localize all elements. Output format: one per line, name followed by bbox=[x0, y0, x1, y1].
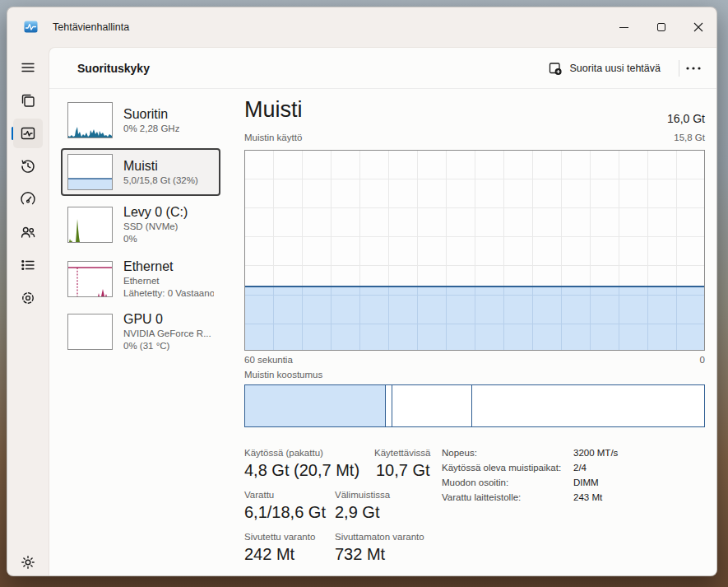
stat-value: 2,9 Gt bbox=[335, 503, 379, 522]
device-subtitle2: 0% bbox=[123, 233, 188, 245]
ethernet-sparkline bbox=[67, 261, 113, 297]
stat-value: 6,1/18,6 Gt bbox=[244, 503, 326, 522]
gpu-sparkline bbox=[67, 314, 113, 350]
nav-menu-button[interactable] bbox=[13, 53, 43, 82]
device-title: GPU 0 bbox=[123, 311, 211, 328]
nav-users-button[interactable] bbox=[13, 217, 43, 247]
settings-gear-icon bbox=[20, 554, 36, 571]
content-panel: Suorituskyky Suorita uusi tehtävä bbox=[49, 47, 717, 576]
stat-value: 10,7 Gt bbox=[376, 461, 430, 480]
detail-label: Käytössä oleva muistipaikat: bbox=[442, 463, 561, 473]
detail-label: Nopeus: bbox=[442, 448, 477, 458]
memory-usage-graph[interactable] bbox=[244, 150, 705, 351]
cpu-sparkline bbox=[67, 102, 113, 138]
startup-apps-icon bbox=[20, 191, 36, 207]
detail-value: 2/4 bbox=[573, 463, 587, 473]
device-item-disk[interactable]: Levy 0 (C:) SSD (NVMe) 0% bbox=[61, 201, 220, 249]
device-subtitle: 5,0/15,8 Gt (32%) bbox=[123, 175, 198, 187]
device-subtitle2: 0% (31 °C) bbox=[123, 340, 211, 352]
processes-icon bbox=[20, 92, 36, 109]
memory-sparkline bbox=[67, 154, 113, 190]
stat-label: Käytettävissä bbox=[374, 448, 430, 458]
device-subtitle: SSD (NVMe) bbox=[123, 221, 188, 233]
composition-segment-modified bbox=[386, 385, 392, 426]
device-item-cpu[interactable]: Suoritin 0% 2,28 GHz bbox=[61, 96, 220, 144]
window-title: Tehtävienhallinta bbox=[53, 7, 129, 47]
detail-label: Muodon osoitin: bbox=[442, 478, 508, 487]
nav-services-button[interactable] bbox=[13, 283, 43, 313]
detail-value: DIMM bbox=[573, 478, 599, 487]
settings-button[interactable] bbox=[13, 547, 43, 576]
memory-total-capacity: 16,0 Gt bbox=[667, 112, 705, 125]
graph-axis-right-label: 0 bbox=[700, 355, 705, 365]
close-button[interactable] bbox=[679, 7, 716, 47]
composition-segment-in-use bbox=[245, 385, 386, 426]
device-title: Muisti bbox=[123, 158, 198, 175]
device-subtitle2: Lähetetty: 0 Vastaanotet bbox=[123, 287, 214, 300]
nav-details-button[interactable] bbox=[13, 250, 43, 280]
device-subtitle: Ethernet bbox=[123, 275, 214, 287]
memory-composition-bar[interactable] bbox=[244, 384, 705, 427]
stat-label: Sivutettu varanto bbox=[244, 532, 315, 542]
stat-value: 4,8 Gt (20,7 Mt) bbox=[244, 461, 359, 480]
memory-usage-fill bbox=[245, 286, 704, 350]
device-subtitle: 0% 2,28 GHz bbox=[123, 123, 179, 135]
memory-composition-label: Muistin koostumus bbox=[244, 370, 322, 380]
stat-label: Sivuttamaton varanto bbox=[335, 532, 424, 542]
device-item-ethernet[interactable]: Ethernet Ethernet Lähetetty: 0 Vastaanot… bbox=[61, 255, 220, 303]
disk-sparkline bbox=[67, 207, 113, 243]
stat-value: 732 Mt bbox=[335, 545, 385, 564]
page-title: Suorituskyky bbox=[77, 48, 150, 89]
device-item-memory[interactable]: Muisti 5,0/15,8 Gt (32%) bbox=[61, 148, 220, 196]
stat-label: Varattu bbox=[244, 490, 274, 500]
detail-value: 243 Mt bbox=[573, 492, 602, 502]
nav-performance-button[interactable] bbox=[13, 119, 43, 148]
stat-label: Välimuistissa bbox=[335, 490, 390, 500]
nav-startup-apps-button[interactable] bbox=[13, 184, 43, 214]
services-icon bbox=[20, 290, 36, 306]
hamburger-menu-icon bbox=[20, 59, 36, 76]
detail-value: 3200 MT/s bbox=[573, 448, 618, 458]
titlebar[interactable]: Tehtävienhallinta bbox=[7, 7, 716, 47]
close-icon bbox=[693, 22, 703, 32]
memory-pane-title: Muisti bbox=[244, 97, 303, 123]
device-item-gpu[interactable]: GPU 0 NVIDIA GeForce R... 0% (31 °C) bbox=[61, 308, 220, 356]
details-icon bbox=[20, 257, 36, 273]
users-icon bbox=[20, 224, 36, 240]
task-manager-window: Tehtävienhallinta Suoritu bbox=[7, 7, 717, 576]
memory-usage-label: Muistin käyttö bbox=[244, 133, 302, 142]
device-title: Levy 0 (C:) bbox=[123, 204, 188, 221]
memory-stats: Käytössä (pakattu) Käytettävissä 4,8 Gt … bbox=[244, 442, 705, 574]
nav-app-history-button[interactable] bbox=[13, 151, 43, 181]
task-manager-app-icon bbox=[24, 20, 38, 34]
memory-pane: Muisti 16,0 Gt Muistin käyttö 15,8 Gt 60… bbox=[244, 48, 705, 576]
device-subtitle: NVIDIA GeForce R... bbox=[123, 328, 211, 340]
graph-axis-left-label: 60 sekuntia bbox=[244, 355, 293, 365]
maximize-icon bbox=[657, 23, 665, 31]
detail-label: Varattu laitteistolle: bbox=[442, 492, 521, 502]
minimize-icon bbox=[619, 27, 628, 28]
nav-processes-button[interactable] bbox=[13, 86, 43, 115]
stat-label: Käytössä (pakattu) bbox=[244, 448, 323, 458]
composition-segment-standby bbox=[392, 385, 472, 426]
stat-value: 242 Mt bbox=[244, 545, 294, 564]
maximize-button[interactable] bbox=[642, 7, 679, 47]
memory-usage-scale-max: 15,8 Gt bbox=[674, 133, 705, 142]
app-history-icon bbox=[20, 158, 36, 175]
performance-icon bbox=[20, 125, 36, 142]
device-title: Ethernet bbox=[123, 259, 214, 275]
device-title: Suoritin bbox=[123, 106, 179, 123]
composition-segment-free bbox=[472, 385, 704, 426]
minimize-button[interactable] bbox=[605, 7, 642, 47]
